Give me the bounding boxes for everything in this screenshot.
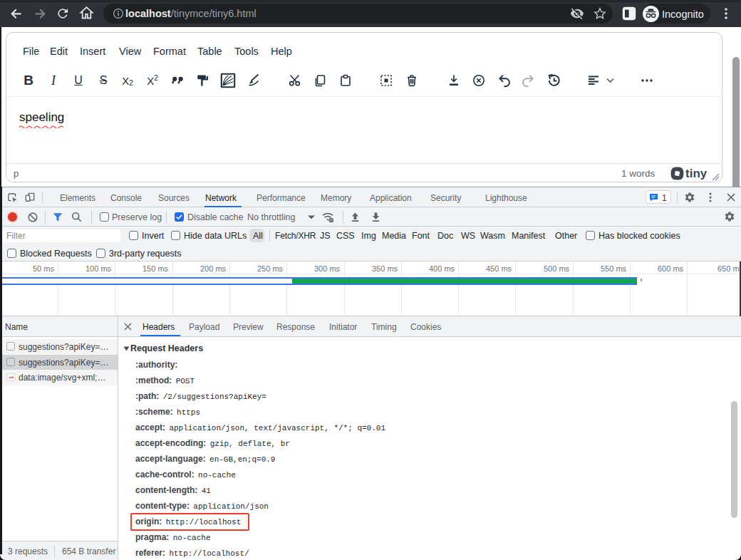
svg-text:tiny: tiny [685,167,708,180]
